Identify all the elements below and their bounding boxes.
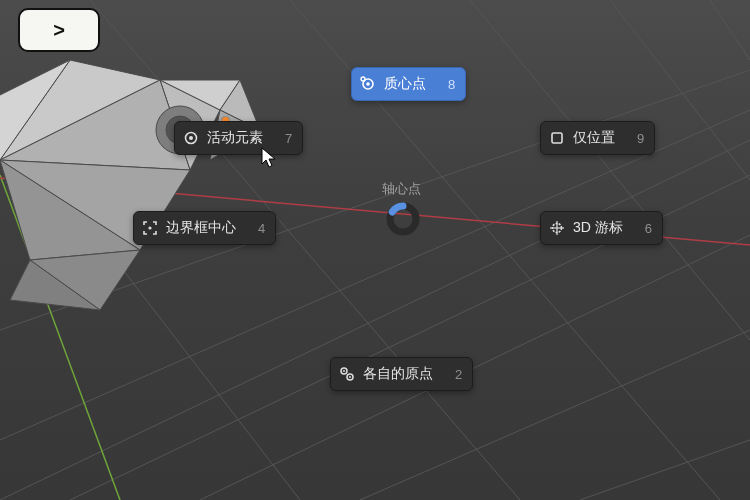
pie-item-label: 3D 游标 [573, 219, 623, 237]
svg-marker-15 [0, 60, 160, 160]
pie-item-key: 6 [645, 221, 652, 236]
cursor-3d-icon [549, 220, 565, 236]
svg-line-12 [710, 0, 750, 60]
svg-rect-34 [552, 133, 562, 143]
active-element-icon [183, 130, 199, 146]
pie-item-median-point[interactable]: 质心点 8 [351, 67, 466, 101]
shortcut-key-label: > [53, 19, 65, 42]
mesh-object [0, 20, 280, 320]
svg-point-31 [361, 77, 365, 81]
pie-item-key: 4 [258, 221, 265, 236]
svg-point-42 [349, 376, 351, 378]
svg-line-13 [0, 175, 120, 500]
svg-line-2 [200, 235, 750, 500]
pie-item-key: 8 [448, 77, 455, 92]
svg-point-35 [148, 226, 151, 229]
shortcut-key-button[interactable]: > [18, 8, 100, 52]
pie-item-label: 仅位置 [573, 129, 615, 147]
svg-marker-22 [0, 60, 70, 160]
only-location-icon [549, 130, 565, 146]
svg-marker-20 [30, 250, 140, 310]
pie-item-key: 9 [637, 131, 644, 146]
svg-line-0 [0, 140, 750, 500]
pie-menu-dial [384, 200, 422, 238]
svg-line-7 [0, 110, 300, 500]
svg-marker-17 [0, 80, 190, 170]
pie-item-label: 各自的原点 [363, 365, 433, 383]
pie-item-individual-origins[interactable]: 各自的原点 2 [330, 357, 473, 391]
svg-marker-24 [160, 80, 240, 110]
pie-item-label: 活动元素 [207, 129, 263, 147]
individual-origins-icon [339, 366, 355, 382]
pie-item-active-element[interactable]: 活动元素 7 [174, 121, 303, 155]
median-point-icon [360, 76, 376, 92]
svg-line-3 [360, 330, 750, 500]
pie-item-only-location[interactable]: 仅位置 9 [540, 121, 655, 155]
bbox-center-icon [142, 220, 158, 236]
pie-item-label: 边界框中心 [166, 219, 236, 237]
svg-line-4 [580, 440, 750, 500]
svg-marker-19 [0, 160, 140, 260]
pie-item-key: 7 [285, 131, 292, 146]
pie-menu-title: 轴心点 [382, 180, 421, 198]
blender-3d-viewport[interactable]: > 质心点 8 活动元素 7 仅位置 9 边界框中心 4 [0, 0, 750, 500]
pie-item-label: 质心点 [384, 75, 426, 93]
svg-point-41 [343, 370, 345, 372]
svg-line-10 [470, 0, 750, 340]
pie-item-3d-cursor[interactable]: 3D 游标 6 [540, 211, 663, 245]
pie-item-bbox-center[interactable]: 边界框中心 4 [133, 211, 276, 245]
pie-item-key: 2 [455, 367, 462, 382]
svg-line-6 [0, 70, 750, 330]
svg-point-33 [189, 136, 193, 140]
svg-marker-21 [10, 260, 100, 310]
svg-point-30 [366, 82, 370, 86]
